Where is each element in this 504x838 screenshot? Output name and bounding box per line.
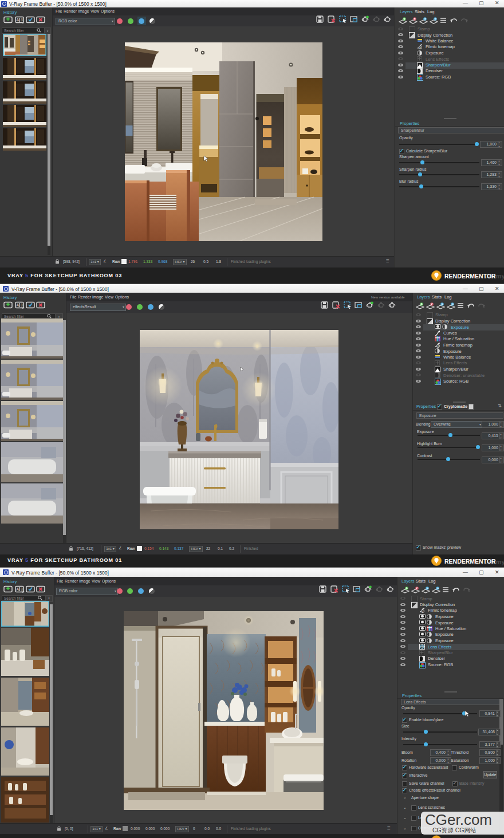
svg-text:B: B	[21, 18, 23, 22]
svg-text:A: A	[17, 18, 19, 22]
svg-text:B: B	[21, 587, 23, 591]
svg-text:A: A	[17, 587, 19, 591]
svg-text:B: B	[21, 303, 23, 307]
svg-text:A: A	[17, 303, 19, 307]
